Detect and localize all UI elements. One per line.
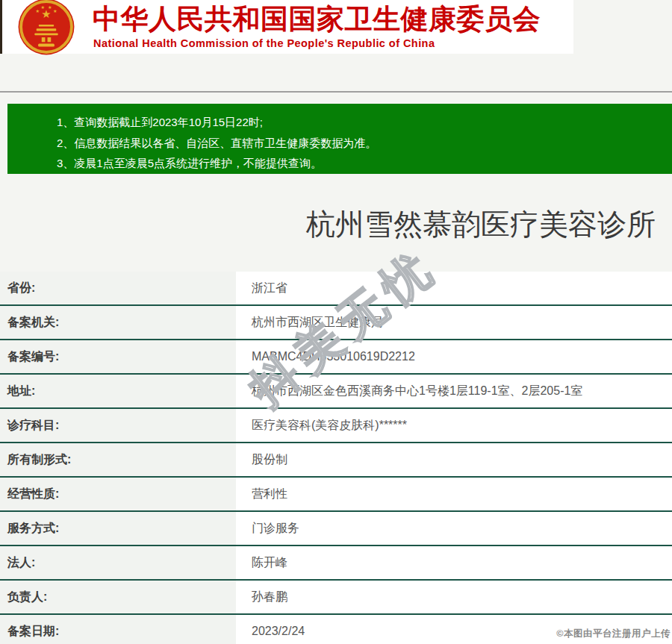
field-label: 备案日期:: [0, 615, 236, 644]
field-value: 孙春鹏: [236, 581, 672, 613]
header-divider: [0, 91, 672, 93]
field-label: 地址:: [0, 375, 236, 407]
table-row: 负责人: 孙春鹏: [0, 581, 672, 615]
svg-text:★: ★: [41, 8, 51, 20]
field-value: 杭州市西湖区金色西溪商务中心1号楼1层119-1室、2层205-1室: [236, 375, 672, 407]
field-label: 备案编号:: [0, 340, 236, 373]
table-row: 备案编号: MABMC4DH533010619D2212: [0, 340, 672, 375]
table-row: 备案机关: 杭州市西湖区卫生健康局: [0, 306, 672, 340]
photo-edge-artifact: [0, 0, 2, 54]
copyright-watermark: ©本图由平台注册用户上传: [556, 628, 671, 640]
table-row: 地址: 杭州市西湖区金色西溪商务中心1号楼1层119-1室、2层205-1室: [0, 375, 672, 409]
table-row: 所有制形式: 股份制: [0, 443, 672, 478]
field-label: 法人:: [0, 546, 236, 579]
notice-line: 1、查询数据截止到2023年10月15日22时;: [57, 112, 672, 133]
notice-box: 1、查询数据截止到2023年10月15日22时; 2、信息数据结果以各省、自治区…: [7, 104, 672, 174]
table-row: 法人: 陈开峰: [0, 546, 672, 581]
header-title-cn: 中华人民共和国国家卫生健康委员会: [93, 1, 541, 38]
field-value: 陈开峰: [236, 546, 672, 579]
notice-line: 2、信息数据结果以各省、自治区、直辖市卫生健康委数据为准。: [57, 133, 672, 154]
institution-title: 杭州雪然慕韵医疗美容诊所: [306, 204, 656, 245]
table-row: 省份: 浙江省: [0, 272, 672, 306]
field-label: 备案机关:: [0, 306, 236, 339]
field-value: 浙江省: [236, 272, 672, 304]
header-title-en: National Health Commission of the People…: [93, 37, 435, 49]
svg-text:★: ★: [41, 4, 46, 10]
record-table: 省份: 浙江省 备案机关: 杭州市西湖区卫生健康局 备案编号: MABMC4DH…: [0, 272, 672, 644]
svg-text:★: ★: [48, 4, 52, 10]
field-label: 所有制形式:: [0, 443, 236, 476]
table-row: 经营性质: 营利性: [0, 478, 672, 512]
field-label: 诊疗科目:: [0, 409, 236, 442]
field-label: 负责人:: [0, 581, 236, 613]
field-value: 营利性: [236, 478, 672, 510]
field-value: 医疗美容科(美容皮肤科)******: [236, 409, 672, 442]
table-row: 诊疗科目: 医疗美容科(美容皮肤科)******: [0, 409, 672, 443]
svg-text:★: ★: [36, 8, 40, 13]
notice-line: 3、凌晨1点至凌晨5点系统进行维护，不能提供查询。: [57, 153, 672, 174]
field-value: 股份制: [236, 443, 672, 476]
field-label: 经营性质:: [0, 478, 236, 510]
field-value: MABMC4DH533010619D2212: [236, 340, 672, 373]
table-row: 服务方式: 门诊服务: [0, 512, 672, 546]
field-label: 服务方式:: [0, 512, 236, 545]
field-value: 杭州市西湖区卫生健康局: [236, 306, 672, 339]
national-emblem-icon: ★ ★ ★ ★ ★: [2, 0, 90, 56]
field-value: 门诊服务: [236, 512, 672, 545]
field-label: 省份:: [0, 272, 236, 304]
site-header: ★ ★ ★ ★ ★ 中华人民共和国国家卫生健康委员会 National Heal…: [0, 0, 573, 54]
svg-text:★: ★: [53, 8, 57, 13]
